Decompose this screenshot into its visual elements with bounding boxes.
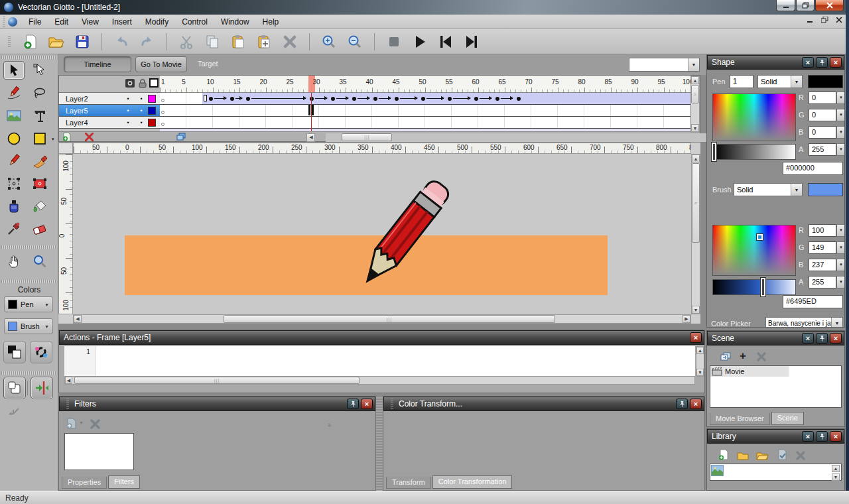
brush-swatch[interactable] <box>808 183 843 196</box>
pen-style-select[interactable]: Solid▼ <box>757 75 803 88</box>
library-image-icon[interactable] <box>712 466 723 475</box>
restore-button[interactable] <box>796 0 815 11</box>
actions-vertical-scrollbar[interactable]: ▲ ▼ <box>696 346 704 377</box>
close-icon[interactable]: × <box>830 57 842 68</box>
swap-colors-button[interactable] <box>30 341 52 363</box>
color-picker-select[interactable]: Barwa, nasycenie i jasno:▼ <box>765 317 843 328</box>
layer-track-layer5[interactable] <box>160 105 690 117</box>
minimize-button[interactable] <box>776 0 795 11</box>
canvas-vertical-scrollbar[interactable]: ▲ ≡ ▼ <box>691 154 700 314</box>
menu-item-insert[interactable]: Insert <box>105 15 139 29</box>
spinner-button[interactable]: ▼ <box>836 126 845 139</box>
target-combobox[interactable]: ▼ <box>629 58 700 72</box>
layer-track-layer4[interactable] <box>160 117 690 129</box>
spinner-button[interactable]: ▼ <box>836 241 845 254</box>
color-transform-panel-title[interactable]: Color Transform... × <box>383 397 704 411</box>
dock-close-icon[interactable]: × <box>802 57 814 68</box>
stop-button[interactable] <box>385 33 403 50</box>
brush-value-slider[interactable] <box>712 279 796 295</box>
paste-special-button[interactable] <box>255 33 273 50</box>
new-library-item-button[interactable] <box>716 448 730 461</box>
show-hide-all-layers-icon[interactable] <box>125 78 135 90</box>
layer-track-layer2[interactable] <box>160 93 690 105</box>
paste-button[interactable] <box>229 33 247 50</box>
brush-style-select[interactable]: Solid▼ <box>734 183 803 196</box>
eraser-tool[interactable] <box>29 220 50 238</box>
pin-icon[interactable] <box>816 333 828 344</box>
outline-all-layers-icon[interactable] <box>149 78 159 90</box>
layer-visibility-dot[interactable]: • <box>121 95 135 102</box>
filters-panel-title[interactable]: Filters × <box>59 397 375 411</box>
toolbar-grip[interactable] <box>8 36 11 47</box>
hand-tool[interactable] <box>3 252 25 271</box>
pen-value-slider[interactable] <box>712 144 796 160</box>
brush-color-field[interactable] <box>712 225 796 276</box>
brush-hex-input[interactable]: #6495ED <box>783 295 843 308</box>
chevron-down-icon[interactable]: ▼ <box>688 58 699 71</box>
scene-list[interactable]: Movie <box>710 365 842 408</box>
close-icon[interactable]: × <box>690 332 702 343</box>
redo-button[interactable] <box>139 33 156 50</box>
menu-item-modify[interactable]: Modify <box>139 15 175 29</box>
zoom-out-button[interactable] <box>346 33 363 50</box>
chevron-down-icon[interactable]: ▼ <box>79 420 84 425</box>
text-tool[interactable] <box>29 107 50 125</box>
play-button[interactable] <box>411 33 428 50</box>
ink-bottle-tool[interactable] <box>3 197 25 216</box>
rectangle-tool-flyout-arrow[interactable]: ▾ <box>52 137 54 142</box>
layer-row-layer4[interactable]: Layer4•• <box>59 117 160 129</box>
onion-skin-button[interactable] <box>174 130 188 143</box>
add-filter-button[interactable] <box>64 416 78 430</box>
delete-layer-button[interactable] <box>83 130 96 143</box>
spinner-button[interactable]: ▼ <box>836 143 845 156</box>
menu-item-file[interactable]: File <box>22 15 48 29</box>
close-icon[interactable]: × <box>361 399 373 409</box>
object-drawing-button[interactable] <box>3 377 26 399</box>
layer-lock-dot[interactable]: • <box>135 95 148 102</box>
playhead-line[interactable] <box>311 93 312 133</box>
scene-panel-title[interactable]: Scene × × <box>707 331 844 346</box>
slider-handle[interactable] <box>761 278 765 296</box>
spinner-button[interactable]: ▼ <box>836 109 845 121</box>
pencil-tool[interactable] <box>3 152 25 170</box>
timeline-vertical-scrollbar[interactable]: ▲ ≡ ▼ <box>690 76 700 133</box>
panel-splitter-grip[interactable]: ≡ <box>328 422 331 428</box>
canvas-horizontal-scrollbar[interactable]: ◀ ||| ▶ <box>73 314 691 324</box>
brush-channel-b-input[interactable]: 237 <box>809 259 836 271</box>
shape-panel-title[interactable]: Shape × × <box>707 55 844 70</box>
layer-row-layer2[interactable]: Layer2•• <box>59 93 160 105</box>
pen-color-selector[interactable]: Pen ▼ <box>4 296 53 312</box>
zoom-in-button[interactable] <box>320 33 338 50</box>
ellipse-tool[interactable] <box>3 129 25 148</box>
layer-row-layer5[interactable]: Layer5•• <box>59 105 160 117</box>
brush-channel-a-input[interactable]: 255 <box>809 276 836 288</box>
layer-visibility-dot[interactable]: • <box>121 107 135 114</box>
brush-color-selector[interactable]: Brush ▼ <box>4 318 53 334</box>
close-icon[interactable]: × <box>830 431 842 442</box>
stage-viewport[interactable] <box>73 154 691 314</box>
menu-item-window[interactable]: Window <box>214 15 256 29</box>
timeline-tracks[interactable] <box>160 93 690 133</box>
pen-channel-a-input[interactable]: 255 <box>809 143 836 156</box>
pen-tool[interactable] <box>3 84 25 103</box>
new-file-button[interactable] <box>22 33 39 50</box>
brush-channel-r-input[interactable]: 100 <box>809 224 836 237</box>
menu-item-control[interactable]: Control <box>175 15 214 29</box>
lock-all-layers-icon[interactable] <box>138 78 147 90</box>
pen-channel-b-input[interactable]: 0 <box>809 126 836 139</box>
subselection-tool[interactable] <box>29 61 50 80</box>
actions-code-editor[interactable] <box>96 346 695 377</box>
menu-item-help[interactable]: Help <box>256 15 286 29</box>
filters-list[interactable] <box>64 433 134 470</box>
library-open-folder-icon[interactable] <box>755 449 769 462</box>
delete-scene-button[interactable] <box>755 350 768 363</box>
add-scene-button[interactable]: + <box>736 349 750 363</box>
brush-channel-g-input[interactable]: 149 <box>809 241 836 254</box>
first-frame-button[interactable] <box>437 33 454 50</box>
pen-channel-g-input[interactable]: 0 <box>809 109 836 121</box>
close-icon[interactable]: × <box>690 399 702 409</box>
tab-properties[interactable]: Properties <box>62 477 107 489</box>
lasso-tool[interactable] <box>29 84 50 103</box>
layer-color-swatch[interactable] <box>148 119 156 127</box>
eyedropper-tool[interactable] <box>3 220 25 238</box>
